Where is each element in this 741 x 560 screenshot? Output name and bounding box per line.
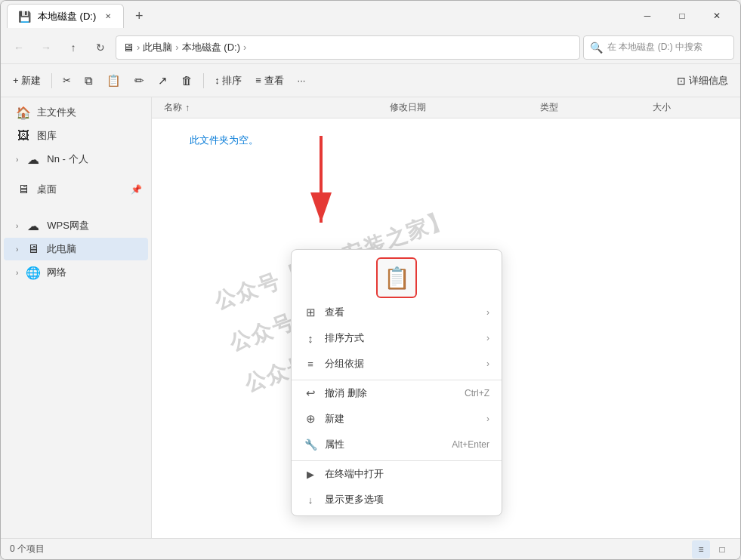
up-button[interactable]: ↑: [61, 35, 85, 60]
sidebar-item-wps[interactable]: › ☁ WPS网盘: [4, 214, 148, 237]
ctx-sort-icon: ↕: [304, 331, 317, 345]
ctx-group-arrow: ›: [486, 358, 489, 369]
ctx-terminal[interactable]: ▶ 在终端中打开: [292, 460, 502, 487]
breadcrumb-drive[interactable]: 本地磁盘 (D:): [182, 41, 240, 54]
ctx-new-arrow: ›: [486, 414, 489, 424]
sort-arrow-icon: ↑: [185, 103, 190, 113]
ctx-view[interactable]: ⊞ 查看 ›: [292, 300, 502, 325]
tab-label: 本地磁盘 (D:): [38, 10, 96, 23]
thispc-expand-icon: ›: [16, 245, 18, 254]
breadcrumb-this-pc[interactable]: 此电脑: [143, 41, 172, 54]
ctx-sort[interactable]: ↕ 排序方式 ›: [292, 325, 502, 351]
rename-icon: ✏: [134, 74, 144, 88]
cut-button[interactable]: ✂: [57, 69, 77, 93]
ctx-sort-label: 排序方式: [325, 331, 479, 345]
paste-button[interactable]: 📋: [100, 69, 127, 93]
sort-button[interactable]: ↕ 排序: [208, 69, 248, 93]
context-menu: 📋 ⊞ 查看 › ↕ 排序方式 › ≡ 分组依据 › ↩ 撤消 删除 Ctrl+…: [291, 249, 502, 516]
breadcrumb[interactable]: 🖥 › 此电脑 › 本地磁盘 (D:) ›: [116, 35, 580, 60]
ctx-new-icon: ⊕: [304, 412, 317, 426]
grid-view-button[interactable]: □: [713, 540, 731, 558]
sidebar: 🏠 主文件夹 🖼 图库 › ☁ Nn - 个人 🖥 桌面 📌 › ☁: [1, 97, 152, 538]
view-toggle: ≡ □: [692, 540, 731, 558]
ctx-undo[interactable]: ↩ 撤消 删除 Ctrl+Z: [292, 380, 502, 406]
sidebar-label-home: 主文件夹: [37, 106, 76, 119]
ctx-group[interactable]: ≡ 分组依据 ›: [292, 351, 502, 377]
list-view-button[interactable]: ≡: [692, 540, 710, 558]
desktop-icon: 🖥: [16, 182, 31, 197]
pin-icon: 📌: [131, 184, 142, 195]
minimize-button[interactable]: ─: [630, 4, 665, 28]
sidebar-item-network[interactable]: › 🌐 网络: [4, 261, 148, 284]
rename-button[interactable]: ✏: [128, 69, 150, 93]
network-expand-icon: ›: [16, 269, 18, 277]
ctx-more[interactable]: ↓ 显示更多选项: [292, 487, 502, 512]
ctx-new[interactable]: ⊕ 新建 ›: [292, 406, 502, 432]
new-tab-button[interactable]: +: [127, 4, 151, 28]
paste-icon: 📋: [107, 74, 121, 88]
col-size[interactable]: 大小: [653, 101, 728, 114]
sidebar-item-nn[interactable]: › ☁ Nn - 个人: [4, 148, 148, 171]
col-name[interactable]: 名称 ↑: [164, 101, 390, 114]
sidebar-item-desktop[interactable]: 🖥 桌面 📌: [4, 178, 148, 201]
ctx-properties[interactable]: 🔧 属性 Alt+Enter: [292, 432, 502, 457]
sidebar-label-network: 网络: [47, 266, 66, 279]
paste-clipboard-icon[interactable]: 📋: [376, 257, 417, 298]
ctx-group-icon: ≡: [304, 357, 317, 371]
ctx-new-label: 新建: [325, 412, 479, 426]
search-icon: 🔍: [590, 42, 603, 54]
home-icon: 🏠: [16, 105, 31, 120]
col-name-label: 名称: [164, 101, 182, 114]
breadcrumb-sep2: ›: [175, 42, 178, 53]
search-bar[interactable]: 🔍 在 本地磁盘 (D:) 中搜索: [583, 35, 734, 60]
details-button[interactable]: ⊡ 详细信息: [671, 69, 734, 93]
back-button[interactable]: ←: [7, 35, 31, 60]
tab-close-button[interactable]: ✕: [102, 11, 114, 23]
delete-icon: 🗑: [181, 74, 193, 87]
col-date[interactable]: 修改日期: [390, 101, 540, 114]
toolbar-right: ⊡ 详细信息: [671, 69, 734, 93]
ctx-more-label: 显示更多选项: [325, 493, 489, 506]
ctx-group-label: 分组依据: [325, 357, 479, 371]
details-icon: ⊡: [677, 75, 686, 87]
copy-button[interactable]: ⧉: [79, 69, 99, 93]
sidebar-label-thispc: 此电脑: [47, 242, 76, 256]
ctx-undo-icon: ↩: [304, 386, 317, 400]
col-type-label: 类型: [540, 101, 558, 114]
share-button[interactable]: ↗: [152, 69, 174, 93]
ctx-properties-label: 属性: [325, 438, 444, 451]
forward-button[interactable]: →: [34, 35, 58, 60]
cut-icon: ✂: [63, 75, 71, 86]
breadcrumb-pc-icon: 🖥: [122, 41, 134, 54]
col-date-label: 修改日期: [390, 101, 426, 114]
close-button[interactable]: ✕: [699, 4, 734, 28]
gallery-icon: 🖼: [16, 128, 31, 143]
sidebar-label-gallery: 图库: [37, 129, 57, 143]
window-controls: ─ □ ✕: [630, 4, 734, 28]
sidebar-label-desktop: 桌面: [37, 183, 57, 196]
new-button[interactable]: + 新建: [7, 69, 47, 93]
ctx-undo-shortcut: Ctrl+Z: [465, 388, 489, 398]
sidebar-item-home[interactable]: 🏠 主文件夹: [4, 101, 148, 124]
status-bar: 0 个项目 ≡ □: [1, 538, 740, 559]
wps-icon: ☁: [26, 218, 41, 233]
item-count: 0 个项目: [10, 543, 45, 555]
sidebar-item-thispc[interactable]: › 🖥 此电脑: [4, 238, 148, 260]
nn-expand-icon: ›: [16, 155, 18, 164]
more-button[interactable]: ···: [292, 69, 312, 93]
file-header: 名称 ↑ 修改日期 类型 大小: [152, 97, 740, 118]
delete-button[interactable]: 🗑: [175, 69, 199, 93]
ctx-view-label: 查看: [325, 306, 479, 319]
ctx-view-icon: ⊞: [304, 306, 317, 319]
col-type[interactable]: 类型: [540, 101, 653, 114]
tab-active[interactable]: 💾 本地磁盘 (D:) ✕: [7, 4, 124, 28]
breadcrumb-sep3: ›: [243, 42, 246, 53]
view-button[interactable]: ≡ 查看: [249, 69, 289, 93]
ctx-more-icon: ↓: [304, 493, 317, 506]
sidebar-item-gallery[interactable]: 🖼 图库: [4, 125, 148, 147]
refresh-button[interactable]: ↻: [88, 35, 113, 60]
maximize-button[interactable]: □: [665, 4, 699, 28]
title-bar: 💾 本地磁盘 (D:) ✕ + ─ □ ✕: [1, 1, 740, 31]
ctx-properties-shortcut: Alt+Enter: [452, 439, 489, 450]
wps-expand-icon: ›: [16, 222, 18, 230]
